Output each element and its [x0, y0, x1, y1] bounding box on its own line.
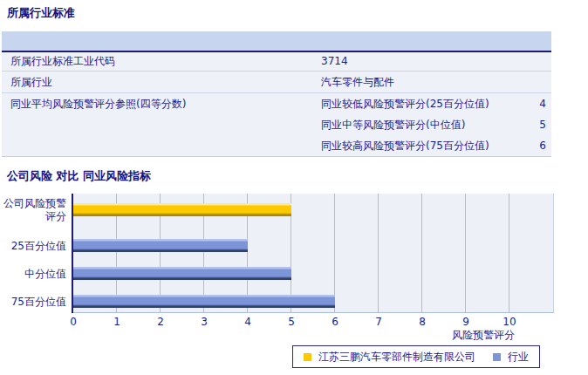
bar-company [73, 203, 291, 216]
row-label: 同业平均风险预警评分参照(四等分数) [2, 93, 321, 156]
row-label: 所属行业标准工业代码 [2, 52, 321, 71]
industry-standard-table: 所属行业标准工业代码 3714 所属行业 汽车零件与配件 同业平均风险预警评分参… [2, 31, 551, 157]
x-tick-label: 10 [503, 316, 516, 328]
subrow-label: 同业较高风险预警评分(75百分位值) [321, 135, 511, 156]
table-header-band [2, 31, 551, 52]
x-tick-label: 9 [462, 316, 469, 328]
gridline [509, 194, 509, 312]
row-label: 所属行业 [2, 72, 321, 92]
subrow-label: 同业中等风险预警评分(中位值) [321, 114, 511, 135]
bar-industry [73, 295, 335, 308]
gridline [421, 194, 422, 312]
chart-legend: 江苏三鹏汽车零部件制造有限公司 行业 [292, 345, 540, 368]
legend-swatch-industry [493, 353, 501, 361]
row-value: 汽车零件与配件 [321, 72, 551, 92]
subrow-value: 6 [511, 135, 551, 156]
bar-industry [73, 239, 248, 252]
y-axis-line [72, 194, 73, 313]
y-category-label: 75百分位值 [0, 295, 68, 308]
x-tick-label: 5 [288, 316, 295, 328]
subrow-value: 4 [511, 93, 551, 114]
legend-label-industry: 行业 [508, 350, 529, 365]
subrow-median: 同业中等风险预警评分(中位值) 5 [321, 114, 551, 135]
quartile-subtable: 同业较低风险预警评分(25百分位值) 4 同业中等风险预警评分(中位值) 5 同… [321, 93, 551, 156]
x-tick-label: 1 [113, 316, 120, 328]
section-title-industry-standard: 所属行业标准 [7, 5, 75, 21]
chart-plot [73, 194, 554, 313]
y-category-label: 中分位值 [0, 267, 68, 280]
risk-bar-chart: 风险预警评分 012345678910公司风险预警评分25百分位值中分位值75百… [0, 194, 588, 342]
subrow-value: 5 [511, 114, 551, 135]
gridline [465, 194, 466, 312]
x-tick-label: 2 [157, 316, 164, 328]
gridline [378, 194, 379, 312]
table-row-industry-code: 所属行业标准工业代码 3714 [2, 52, 551, 71]
bar-industry [73, 267, 291, 280]
legend-swatch-company [304, 353, 311, 361]
x-tick-label: 3 [201, 316, 208, 328]
x-tick-label: 8 [419, 316, 426, 328]
section-title-risk-comparison: 公司风险 对比 同业风险指标 [7, 168, 151, 184]
x-tick-label: 4 [244, 316, 251, 328]
table-row-peer-quartiles: 同业平均风险预警评分参照(四等分数) 同业较低风险预警评分(25百分位值) 4 … [2, 92, 551, 157]
y-category-label: 公司风险预警评分 [0, 197, 68, 223]
row-value: 3714 [321, 52, 551, 71]
subrow-25th-percentile: 同业较低风险预警评分(25百分位值) 4 [321, 93, 551, 114]
x-tick-label: 0 [70, 316, 77, 328]
legend-label-company: 江苏三鹏汽车零部件制造有限公司 [318, 350, 475, 365]
x-tick-label: 6 [332, 316, 338, 328]
subrow-label: 同业较低风险预警评分(25百分位值) [321, 93, 511, 114]
table-row-industry: 所属行业 汽车零件与配件 [2, 71, 551, 92]
x-axis-label: 风险预警评分 [452, 328, 515, 343]
page: 所属行业标准 所属行业标准工业代码 3714 所属行业 汽车零件与配件 同业平均… [0, 0, 588, 375]
y-category-label: 25百分位值 [0, 239, 68, 252]
x-tick-label: 7 [375, 316, 382, 328]
subrow-75th-percentile: 同业较高风险预警评分(75百分位值) 6 [321, 135, 551, 156]
